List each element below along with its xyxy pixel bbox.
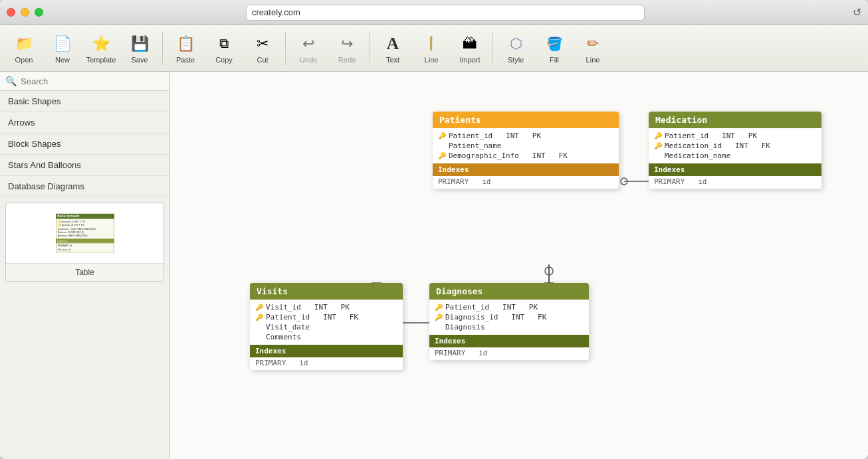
key-icon-2: 🔑 bbox=[438, 152, 446, 159]
folder-icon bbox=[13, 33, 35, 54]
patients-row-3: 🔑 Demographic_Info INT FK bbox=[438, 151, 613, 161]
save-icon bbox=[129, 33, 150, 54]
toolbar-separator-4 bbox=[492, 32, 493, 65]
medication-body: 🔑 Patient_id INT PK 🔑 Medication_id INT … bbox=[649, 128, 821, 163]
diagnoses-index-row: PRIMARY id bbox=[429, 347, 589, 360]
key-icon-4: 🔑 bbox=[654, 142, 662, 149]
import-label: Import bbox=[459, 56, 480, 64]
cut-icon bbox=[252, 33, 273, 54]
main-area: 🔍 Basic Shapes Arrows Block Shapes Stars… bbox=[0, 72, 868, 459]
svg-point-1 bbox=[621, 178, 627, 185]
fill-label: Fill bbox=[550, 56, 559, 64]
search-input[interactable] bbox=[21, 76, 164, 86]
patients-indexes-header: Indexes bbox=[433, 163, 619, 176]
copy-button[interactable]: Copy bbox=[205, 29, 243, 68]
url-text: creately.com bbox=[252, 7, 300, 17]
sidebar-item-basic-shapes[interactable]: Basic Shapes bbox=[0, 91, 169, 112]
diagnoses-indexes-header: Indexes bbox=[429, 335, 589, 347]
mini-table-body: 🔑 Account_id INT T FK 🔑 Branch_id INT T … bbox=[56, 219, 114, 239]
patients-row-2: 🔑 Patient_name bbox=[438, 141, 613, 151]
search-box[interactable]: 🔍 bbox=[0, 72, 169, 91]
key-icon-5: 🔑 bbox=[255, 304, 263, 311]
minimize-button[interactable] bbox=[21, 8, 29, 17]
sidebar-item-stars-balloons[interactable]: Stars And Balloons bbox=[0, 155, 169, 176]
sidebar-item-database-diagrams[interactable]: Database Diagrams bbox=[0, 176, 169, 197]
table-patients[interactable]: Patients 🔑 Patient_id INT PK 🔑 Patient_n… bbox=[433, 112, 619, 189]
paste-button[interactable]: Paste bbox=[167, 29, 204, 68]
medication-indexes-header: Indexes bbox=[649, 163, 821, 176]
diagnoses-row-3: 🔑 Diagnosis bbox=[435, 322, 584, 332]
copy-icon bbox=[213, 33, 235, 54]
medication-row-2: 🔑 Medication_id INT FK bbox=[654, 141, 816, 151]
preview-label: Table bbox=[6, 263, 163, 281]
cut-button[interactable]: Cut bbox=[244, 29, 281, 68]
table-visits[interactable]: Visits 🔑 Visit_id INT PK 🔑 Patient_id IN… bbox=[250, 283, 403, 370]
style-icon bbox=[505, 33, 526, 54]
text-button[interactable]: Text bbox=[374, 29, 411, 68]
visits-indexes-header: Indexes bbox=[250, 345, 403, 357]
diagnoses-row-1: 🔑 Patient_id INT PK bbox=[435, 302, 584, 312]
table-medication[interactable]: Medication 🔑 Patient_id INT PK 🔑 Medicat… bbox=[649, 112, 821, 189]
text-icon bbox=[382, 33, 403, 54]
visits-index-row: PRIMARY id bbox=[250, 357, 403, 370]
maximize-button[interactable] bbox=[35, 8, 43, 17]
toolbar-separator-2 bbox=[285, 32, 286, 65]
medication-row-3: 🔑 Medication_name bbox=[654, 151, 816, 161]
redo-icon bbox=[336, 33, 358, 54]
save-button[interactable]: Save bbox=[121, 29, 158, 68]
undo-icon bbox=[298, 33, 319, 54]
line-tool-icon bbox=[421, 33, 442, 54]
new-label: New bbox=[55, 56, 70, 64]
undo-label: Undo bbox=[300, 56, 317, 64]
sidebar-item-arrows[interactable]: Arrows bbox=[0, 112, 169, 134]
sidebar-item-block-shapes[interactable]: Block Shapes bbox=[0, 134, 169, 155]
visits-header: Visits bbox=[250, 283, 403, 300]
mini-table-index-rows: PRIMARY id Ind_enc_id bbox=[56, 243, 114, 252]
line-button[interactable]: Line bbox=[413, 29, 450, 68]
toolbar-separator-3 bbox=[370, 32, 370, 65]
import-icon bbox=[459, 33, 481, 54]
paste-icon bbox=[175, 33, 196, 54]
url-bar[interactable]: creately.com bbox=[246, 5, 645, 21]
mini-table-preview: Bank Account 🔑 Account_id INT T FK 🔑 Bra… bbox=[56, 214, 114, 252]
key-icon-6: 🔑 bbox=[255, 314, 263, 321]
shape-preview[interactable]: Bank Account 🔑 Account_id INT T FK 🔑 Bra… bbox=[5, 203, 164, 282]
sidebar: 🔍 Basic Shapes Arrows Block Shapes Stars… bbox=[0, 72, 170, 459]
line-style-button[interactable]: Line bbox=[574, 29, 611, 68]
close-button[interactable] bbox=[7, 8, 15, 17]
visits-row-2: 🔑 Patient_id INT FK bbox=[255, 312, 397, 322]
open-label: Open bbox=[15, 56, 33, 64]
patients-row-1: 🔑 Patient_id INT PK bbox=[438, 131, 613, 141]
key-icon-1: 🔑 bbox=[438, 132, 446, 139]
linestyle-icon bbox=[582, 33, 603, 54]
patients-index-row: PRIMARY id bbox=[433, 176, 619, 189]
style-button[interactable]: Style bbox=[497, 29, 534, 68]
linestyle-label: Line bbox=[586, 56, 600, 64]
new-icon bbox=[52, 33, 73, 54]
template-button[interactable]: Template bbox=[82, 29, 120, 68]
cut-label: Cut bbox=[257, 56, 268, 64]
open-button[interactable]: Open bbox=[5, 29, 43, 68]
fill-button[interactable]: Fill bbox=[536, 29, 573, 68]
new-button[interactable]: New bbox=[44, 29, 81, 68]
undo-button[interactable]: Undo bbox=[290, 29, 327, 68]
visits-row-3: 🔑 Visit_date bbox=[255, 322, 397, 332]
copy-label: Copy bbox=[215, 56, 233, 64]
patients-header: Patients bbox=[433, 112, 619, 128]
template-icon bbox=[90, 33, 112, 54]
visits-row-4: 🔑 Comments bbox=[255, 332, 397, 342]
visits-body: 🔑 Visit_id INT PK 🔑 Patient_id INT FK 🔑 … bbox=[250, 300, 403, 345]
diagnoses-header: Diagnoses bbox=[429, 283, 589, 300]
redo-label: Redo bbox=[338, 56, 356, 64]
text-label: Text bbox=[386, 56, 399, 64]
canvas[interactable]: Patients 🔑 Patient_id INT PK 🔑 Patient_n… bbox=[170, 72, 868, 459]
table-diagnoses[interactable]: Diagnoses 🔑 Patient_id INT PK 🔑 Diagnosi… bbox=[429, 283, 589, 360]
import-button[interactable]: Import bbox=[451, 29, 488, 68]
preview-image: Bank Account 🔑 Account_id INT T FK 🔑 Bra… bbox=[6, 203, 163, 263]
line-label: Line bbox=[425, 56, 439, 64]
toolbar: Open New Template Save Paste Copy Cut bbox=[0, 25, 868, 72]
medication-index-row: PRIMARY id bbox=[649, 176, 821, 189]
refresh-button[interactable]: ↺ bbox=[853, 6, 861, 19]
redo-button[interactable]: Redo bbox=[328, 29, 366, 68]
save-label: Save bbox=[131, 56, 148, 64]
